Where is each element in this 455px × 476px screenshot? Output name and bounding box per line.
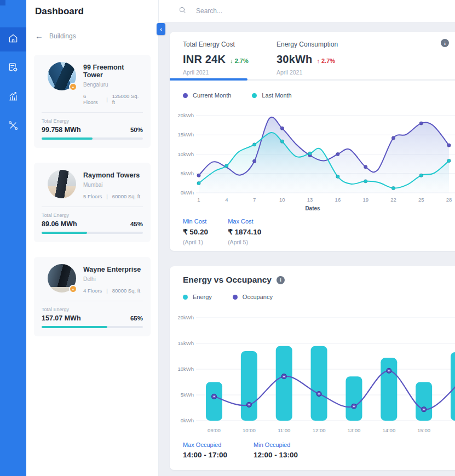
total-energy-label: Total Energy	[42, 118, 143, 124]
progress-bar	[42, 326, 143, 328]
max-cost-value: ₹ 1874.10	[228, 227, 261, 236]
svg-text:12:00: 12:00	[313, 427, 326, 433]
svg-text:Dates: Dates	[305, 205, 320, 211]
svg-text:4: 4	[225, 197, 228, 203]
svg-text:20kWh: 20kWh	[177, 314, 194, 320]
stat-label: Energy Consumption	[277, 41, 338, 48]
legend-dot	[252, 93, 257, 98]
svg-text:15kWh: 15kWh	[177, 340, 194, 346]
info-icon[interactable]: i	[441, 39, 449, 47]
svg-text:15kWh: 15kWh	[177, 131, 194, 137]
svg-text:10kWh: 10kWh	[177, 151, 194, 157]
svg-text:15:00: 15:00	[417, 427, 430, 433]
delta-up-indicator: ↑ 2.7%	[316, 58, 335, 64]
delta-down-indicator: ↓ 2.7%	[230, 58, 249, 64]
energy-percent: 50%	[130, 127, 143, 133]
sidebar-corner-accent	[0, 0, 5, 5]
info-icon[interactable]: i	[277, 276, 285, 284]
svg-text:10: 10	[279, 197, 285, 203]
max-cost-date: (April 5)	[228, 239, 261, 245]
svg-text:5kWh: 5kWh	[181, 170, 194, 176]
buildings-panel: Dashboard ← Buildings ▲ 99 Freemont Towe…	[26, 0, 159, 476]
building-name: Wayne Enterprise	[83, 266, 141, 273]
back-label: Buildings	[49, 32, 76, 40]
svg-text:0kWh: 0kWh	[181, 190, 194, 196]
legend-item-last-month: Last Month	[252, 92, 291, 99]
total-energy-value: 89.06 MWh	[42, 220, 77, 228]
total-energy-value: 157.07 MWh	[42, 314, 81, 322]
building-avatar	[48, 170, 76, 198]
svg-text:7: 7	[253, 197, 256, 203]
stat-label: Total Energy Cost	[183, 41, 249, 48]
cost-summary-row: Min Cost ₹ 50.20 (April 1) Max Cost ₹ 18…	[183, 218, 261, 245]
building-meta: 5 Floors|60000 Sq. ft	[83, 193, 140, 199]
search-input[interactable]	[196, 7, 360, 15]
tab-energy-consumption[interactable]: Energy Consumption 30kWh ↑ 2.7% April 20…	[277, 41, 338, 76]
svg-text:09:00: 09:00	[208, 427, 221, 433]
total-energy-label: Total Energy	[42, 213, 143, 218]
min-cost-label: Min Cost	[183, 218, 208, 225]
legend-dot	[233, 295, 238, 300]
max-cost-label: Max Cost	[228, 218, 261, 225]
building-city: Bengaluru	[83, 82, 143, 88]
min-occupied-block: Min Occupied 12:00 - 13:00	[254, 441, 298, 459]
card-title: Energy vs Occupancy	[183, 275, 272, 285]
svg-text:10kWh: 10kWh	[177, 366, 194, 372]
total-energy-label: Total Energy	[42, 307, 143, 312]
active-tab-indicator	[170, 78, 247, 81]
legend-item-energy: Energy	[183, 294, 212, 300]
max-cost-block: Max Cost ₹ 1874.10 (April 5)	[228, 218, 261, 245]
collapse-panel-button[interactable]: ‹	[157, 23, 165, 35]
back-to-buildings[interactable]: ← Buildings	[34, 32, 151, 40]
building-city: Mumbai	[83, 182, 140, 188]
sidebar-item-tools[interactable]	[0, 114, 26, 139]
energy-occupancy-card: Energy vs Occupancy i Energy Occupancy 0…	[170, 266, 455, 470]
warning-badge-icon: ▲	[69, 83, 77, 91]
svg-text:11:00: 11:00	[278, 427, 290, 433]
svg-text:1: 1	[197, 197, 200, 203]
building-card[interactable]: ▲ Wayne Enterprise Delhi 4 Floors|80000 …	[34, 257, 151, 336]
min-cost-block: Min Cost ₹ 50.20 (April 1)	[183, 218, 208, 245]
energy-occupancy-chart: 0kWh5kWh10kWh15kWh20kWh09:0010:0011:0012…	[175, 310, 455, 439]
stat-value: INR 24K	[183, 53, 226, 66]
svg-text:0kWh: 0kWh	[181, 417, 194, 423]
sidebar-item-home[interactable]	[0, 27, 26, 51]
divider	[42, 301, 143, 301]
svg-text:10:00: 10:00	[243, 427, 256, 433]
min-occupied-label: Min Occupied	[254, 441, 298, 448]
document-gear-icon	[8, 62, 19, 75]
legend-item-current-month: Current Month	[183, 92, 231, 99]
energy-percent: 45%	[130, 221, 143, 227]
svg-text:19: 19	[362, 197, 368, 203]
min-cost-value: ₹ 50.20	[183, 227, 208, 236]
legend-item-occupancy: Occupancy	[233, 294, 273, 300]
progress-bar	[42, 232, 143, 234]
svg-text:28: 28	[446, 197, 452, 203]
page-title: Dashboard	[34, 6, 151, 17]
tab-total-energy-cost[interactable]: Total Energy Cost INR 24K ↓ 2.7% April 2…	[183, 41, 249, 76]
building-meta: 4 Floors|80000 Sq. ft	[83, 288, 141, 294]
min-occupied-value: 12:00 - 13:00	[254, 451, 298, 459]
stat-period: April 2021	[277, 69, 338, 76]
legend-dot	[183, 93, 188, 98]
energy-percent: 65%	[130, 315, 143, 322]
building-card[interactable]: Raymond Towers Mumbai 5 Floors|60000 Sq.…	[34, 163, 151, 242]
home-icon	[8, 33, 19, 46]
svg-text:5kWh: 5kWh	[181, 392, 194, 398]
line-chart-legend: Current Month Last Month	[183, 92, 292, 99]
legend-dot	[183, 295, 188, 300]
stat-period: April 2021	[183, 69, 249, 76]
sidebar-item-analytics[interactable]	[0, 85, 26, 110]
building-card[interactable]: ▲ 99 Freemont Tower Bengaluru 6 Floors|1…	[34, 55, 151, 148]
min-cost-date: (April 1)	[183, 239, 208, 245]
svg-text:22: 22	[390, 197, 396, 203]
bar-chart-icon	[8, 91, 19, 104]
sidebar	[0, 0, 26, 476]
bar-chart-legend: Energy Occupancy	[183, 294, 273, 300]
sidebar-item-reports-settings[interactable]	[0, 56, 26, 81]
stat-value: 30kWh	[277, 53, 312, 66]
back-arrow-icon[interactable]: ←	[35, 32, 43, 40]
max-occupied-block: Max Occupied 14:00 - 17:00	[183, 441, 227, 459]
chevron-left-icon: ‹	[160, 26, 162, 32]
building-name: Raymond Towers	[83, 171, 140, 179]
